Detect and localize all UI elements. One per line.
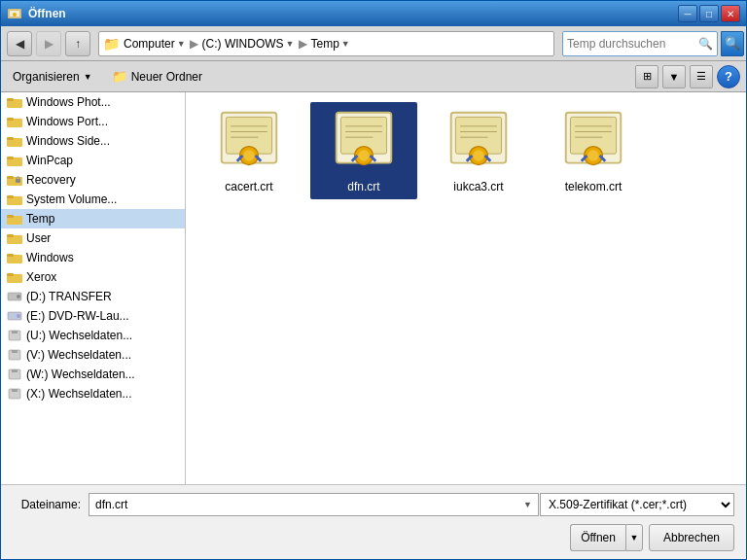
bottom-buttons: Öffnen ▼ Abbrechen: [13, 524, 734, 551]
sidebar-item-recovery[interactable]: Recovery: [1, 170, 185, 190]
sidebar: Windows Phot... Windows Port... Windows …: [1, 92, 186, 484]
sidebar-label: (E:) DVD-RW-Lau...: [26, 309, 129, 323]
removable-icon: [7, 387, 22, 401]
address-segment-computer[interactable]: Computer ▼: [124, 37, 186, 51]
organize-button[interactable]: Organisieren ▼: [7, 68, 98, 86]
svg-rect-24: [7, 273, 14, 276]
svg-point-43: [243, 150, 254, 160]
new-folder-icon: 📁: [112, 69, 127, 84]
search-icon: 🔍: [698, 37, 713, 51]
svg-rect-34: [12, 369, 18, 372]
new-folder-button[interactable]: 📁 Neuer Ordner: [106, 67, 208, 86]
svg-rect-30: [12, 331, 18, 333]
sidebar-label: Windows Side...: [26, 134, 110, 148]
sidebar-label: (V:) Wechseldaten...: [26, 348, 131, 362]
folder-icon-address: 📁: [103, 36, 120, 52]
sidebar-label: (U:) Wechseldaten...: [26, 329, 132, 342]
cert-icon-cacert: [215, 108, 283, 172]
cert-icon-telekom: [559, 108, 627, 172]
cert-icon-dfn: [330, 108, 398, 172]
file-item-cacert[interactable]: cacert.crt: [196, 102, 302, 199]
main-content: Windows Phot... Windows Port... Windows …: [1, 92, 746, 484]
svg-rect-8: [7, 137, 14, 140]
address-drive-label: (C:) WINDOWS: [202, 37, 284, 51]
sidebar-item-windows-sidebar[interactable]: Windows Side...: [1, 131, 185, 151]
folder-icon: [7, 231, 22, 245]
address-chevron-1: ▼: [177, 39, 186, 49]
open-dialog-window: Öffnen ─ □ ✕ ◀ ▶ ↑ 📁 Computer ▼ ▶ (C:) W…: [0, 0, 747, 560]
open-split-button[interactable]: Öffnen ▼: [570, 524, 643, 551]
cert-icon-iukca3: [445, 108, 513, 172]
folder-icon-selected: [7, 212, 22, 226]
view-list-button[interactable]: ☰: [690, 65, 713, 88]
view-details-button[interactable]: ▼: [662, 65, 686, 88]
organize-chevron-icon: ▼: [84, 72, 92, 82]
close-button[interactable]: ✕: [721, 5, 740, 22]
filetype-select[interactable]: X.509-Zertifikat (*.cer;*.crt): [540, 493, 734, 516]
file-label-cacert: cacert.crt: [225, 180, 272, 193]
svg-point-64: [587, 150, 598, 160]
title-bar-left: Öffnen: [7, 6, 66, 21]
open-dropdown-button[interactable]: ▼: [625, 524, 643, 551]
cancel-button[interactable]: Abbrechen: [649, 524, 734, 551]
sidebar-label: System Volume...: [26, 192, 117, 206]
address-segment-drive[interactable]: (C:) WINDOWS ▼: [202, 37, 295, 51]
dvd-icon: [7, 309, 22, 323]
sidebar-item-temp[interactable]: Temp: [1, 209, 185, 228]
up-button[interactable]: ↑: [65, 31, 90, 56]
back-button[interactable]: ◀: [7, 31, 32, 56]
svg-rect-10: [7, 157, 14, 159]
sidebar-item-d-transfer[interactable]: (D:) TRANSFER: [1, 287, 185, 306]
open-button[interactable]: Öffnen: [570, 524, 625, 551]
file-label-dfn: dfn.crt: [347, 180, 379, 193]
folder-icon: [7, 154, 22, 167]
sidebar-item-xerox[interactable]: Xerox: [1, 267, 185, 287]
address-computer-label: Computer: [124, 37, 175, 51]
action-bar: Organisieren ▼ 📁 Neuer Ordner ⊞ ▼ ☰ ?: [1, 61, 746, 92]
window-icon: [7, 6, 22, 21]
file-item-dfn[interactable]: dfn.crt: [310, 102, 417, 199]
file-item-iukca3[interactable]: iukca3.crt: [425, 102, 532, 199]
view-toggle-button[interactable]: ⊞: [635, 65, 658, 88]
sidebar-item-windows-ports[interactable]: Windows Port...: [1, 112, 185, 131]
sidebar-label: Temp: [26, 212, 54, 226]
search-input[interactable]: [567, 37, 698, 51]
file-item-telekom[interactable]: telekom.crt: [540, 102, 647, 199]
new-folder-label: Neuer Ordner: [131, 70, 202, 84]
address-bar[interactable]: 📁 Computer ▼ ▶ (C:) WINDOWS ▼ ▶ Temp ▼: [98, 31, 554, 56]
maximize-button[interactable]: □: [699, 5, 719, 22]
bottom-bar: Dateiname: ▼ X.509-Zertifikat (*.cer;*.c…: [1, 484, 746, 559]
minimize-button[interactable]: ─: [678, 5, 697, 22]
sidebar-label: (X:) Wechseldaten...: [26, 387, 132, 401]
help-button[interactable]: ?: [717, 65, 740, 88]
sidebar-label: WinPcap: [26, 154, 73, 167]
sidebar-item-windows-photos[interactable]: Windows Phot...: [1, 92, 185, 112]
forward-button[interactable]: ▶: [36, 31, 61, 56]
file-area: cacert.crt dfn.crt: [186, 92, 746, 484]
folder-icon: [7, 251, 22, 264]
sidebar-label: Xerox: [26, 270, 56, 284]
sidebar-item-w-removable[interactable]: (W:) Wechseldaten...: [1, 365, 185, 384]
title-controls: ─ □ ✕: [678, 5, 740, 22]
sidebar-item-u-removable[interactable]: (U:) Wechseldaten...: [1, 326, 185, 345]
svg-rect-20: [7, 234, 14, 237]
organize-label: Organisieren: [13, 70, 80, 84]
sidebar-item-v-removable[interactable]: (V:) Wechseldaten...: [1, 345, 185, 365]
filename-input[interactable]: [89, 493, 539, 516]
sidebar-item-system-volume[interactable]: System Volume...: [1, 190, 185, 209]
svg-rect-6: [7, 118, 14, 121]
folder-icon: [7, 115, 22, 128]
removable-icon: [7, 348, 22, 362]
sidebar-item-x-removable[interactable]: (X:) Wechseldaten...: [1, 384, 185, 403]
sidebar-item-windows[interactable]: Windows: [1, 248, 185, 267]
search-button[interactable]: 🔍: [721, 31, 744, 56]
svg-point-50: [358, 150, 369, 160]
sidebar-label: User: [26, 231, 51, 245]
svg-point-2: [13, 13, 17, 17]
address-segment-folder[interactable]: Temp ▼: [311, 37, 350, 51]
address-chevron-2: ▼: [286, 39, 295, 49]
sidebar-item-user[interactable]: User: [1, 228, 185, 248]
sidebar-item-e-dvd[interactable]: (E:) DVD-RW-Lau...: [1, 306, 185, 326]
address-folder-label: Temp: [311, 37, 339, 51]
sidebar-item-winpcap[interactable]: WinPcap: [1, 151, 185, 170]
